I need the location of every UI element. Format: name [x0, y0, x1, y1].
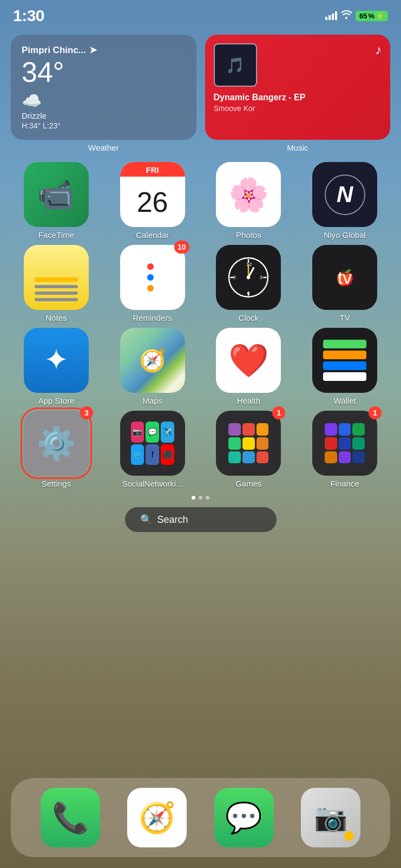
- svg-text:12: 12: [246, 261, 252, 267]
- niyo-icon[interactable]: N: [312, 162, 377, 227]
- search-placeholder: Search: [157, 514, 188, 526]
- calendar-day: FRI: [120, 162, 185, 177]
- settings-icon[interactable]: ⚙️ 3: [24, 411, 89, 476]
- app-item-games[interactable]: 1 Games: [203, 411, 294, 488]
- music-widget-col: ♪ 🎵 Dynamic Bangerz - EP Smoove Kor Musi…: [205, 35, 391, 152]
- svg-text:9: 9: [233, 274, 236, 280]
- app-item-social[interactable]: 📷 💬 ✈️ 🐦 f ⬛ SocialNetworki...: [107, 411, 198, 488]
- facetime-icon[interactable]: 📹: [24, 162, 89, 227]
- svg-text:6: 6: [247, 290, 250, 296]
- weather-widget-col: Pimpri Chinc... ➤ 34° ☁️ Drizzle H:34° L…: [11, 35, 196, 152]
- page-dot-1: [192, 496, 195, 500]
- appstore-label: App Store: [38, 396, 75, 405]
- weather-label: Weather: [11, 143, 196, 152]
- widgets-row: Pimpri Chinc... ➤ 34° ☁️ Drizzle H:34° L…: [0, 29, 401, 157]
- app-item-appstore[interactable]: ✦ App Store: [11, 328, 102, 405]
- app-item-health[interactable]: ❤️ Health: [203, 328, 294, 405]
- games-label: Games: [235, 479, 261, 488]
- app-grid-row3: ✦ App Store 🧭 Maps ❤️ Health Wallet: [0, 322, 401, 411]
- search-bar-container: 🔍 Search: [0, 507, 401, 532]
- status-bar: 1:30 65% ⚡: [0, 0, 401, 29]
- wallet-label: Wallet: [334, 396, 356, 405]
- finance-badge: 1: [369, 406, 382, 419]
- photos-icon[interactable]: 🌸: [216, 162, 281, 227]
- album-art: 🎵: [214, 43, 257, 87]
- status-icons: 65% ⚡: [325, 10, 388, 22]
- settings-label: Settings: [42, 479, 71, 488]
- page-dot-3: [206, 496, 209, 500]
- app-item-finance[interactable]: 1 Finance: [299, 411, 390, 488]
- facetime-label: FaceTime: [38, 230, 74, 239]
- wallet-icon[interactable]: [312, 328, 377, 393]
- page-dot-2: [199, 496, 202, 500]
- app-item-tv[interactable]: 🍎 tv TV: [299, 245, 390, 322]
- weather-hi-lo: H:34° L:23°: [22, 121, 186, 130]
- music-artist: Smoove Kor: [214, 104, 382, 113]
- clock-icon[interactable]: 12 3 6 9: [216, 245, 281, 310]
- finance-icon[interactable]: 1: [312, 411, 377, 476]
- page-dots: [0, 496, 401, 500]
- games-badge: 1: [272, 406, 285, 419]
- reminders-label: Reminders: [133, 313, 172, 322]
- weather-condition: Drizzle: [22, 111, 186, 120]
- app-item-wallet[interactable]: Wallet: [299, 328, 390, 405]
- niyo-label: Niyo Global: [324, 230, 366, 239]
- social-label: SocialNetworki...: [122, 479, 183, 488]
- app-item-maps[interactable]: 🧭 Maps: [107, 328, 198, 405]
- dock: 📞 🧭 💬 📷: [11, 778, 390, 857]
- svg-point-11: [247, 276, 250, 279]
- app-item-facetime[interactable]: 📹 FaceTime: [11, 162, 102, 239]
- health-icon[interactable]: ❤️: [216, 328, 281, 393]
- calendar-date: 26: [137, 177, 168, 227]
- notes-label: Notes: [45, 313, 67, 322]
- dock-item-safari[interactable]: 🧭: [127, 788, 187, 847]
- app-grid-row4: ⚙️ 3 Settings 📷 💬 ✈️ 🐦 f ⬛ SocialNetwork…: [0, 405, 401, 494]
- notes-icon[interactable]: [24, 245, 89, 310]
- app-item-niyo[interactable]: N Niyo Global: [299, 162, 390, 239]
- battery-indicator: 65% ⚡: [356, 11, 388, 21]
- camera-icon[interactable]: 📷: [301, 788, 360, 847]
- reminders-badge: 10: [174, 241, 189, 254]
- health-label: Health: [237, 396, 260, 405]
- app-item-calendar[interactable]: FRI 26 Calendar: [107, 162, 198, 239]
- weather-temp: 34°: [22, 57, 186, 88]
- calendar-icon[interactable]: FRI 26: [120, 162, 185, 227]
- music-title: Dynamic Bangerz - EP: [214, 92, 382, 102]
- clock-label: Clock: [239, 313, 259, 322]
- messages-icon[interactable]: 💬: [214, 788, 274, 847]
- wifi-icon: [340, 10, 352, 22]
- clock-face-svg: 12 3 6 9: [227, 256, 270, 299]
- app-item-notes[interactable]: Notes: [11, 245, 102, 322]
- dock-item-camera[interactable]: 📷: [301, 788, 360, 847]
- tv-label: TV: [340, 313, 350, 322]
- phone-icon[interactable]: 📞: [41, 788, 100, 847]
- app-grid-row1: 📹 FaceTime FRI 26 Calendar 🌸 Photos N Ni…: [0, 157, 401, 245]
- search-bar[interactable]: 🔍 Search: [125, 507, 277, 532]
- app-item-photos[interactable]: 🌸 Photos: [203, 162, 294, 239]
- music-label: Music: [205, 143, 391, 152]
- dock-item-messages[interactable]: 💬: [214, 788, 274, 847]
- photos-label: Photos: [236, 230, 261, 239]
- app-grid-row2: Notes 10 Reminders 12 3 6 9: [0, 239, 401, 328]
- reminders-icon[interactable]: 10: [120, 245, 185, 310]
- svg-text:✦: ✦: [44, 343, 69, 377]
- social-icon[interactable]: 📷 💬 ✈️ 🐦 f ⬛: [120, 411, 185, 476]
- finance-label: Finance: [330, 479, 359, 488]
- dock-item-phone[interactable]: 📞: [41, 788, 100, 847]
- appstore-icon[interactable]: ✦: [24, 328, 89, 393]
- safari-icon[interactable]: 🧭: [127, 788, 187, 847]
- games-icon[interactable]: 1: [216, 411, 281, 476]
- app-item-clock[interactable]: 12 3 6 9 Clock: [203, 245, 294, 322]
- tv-icon[interactable]: 🍎 tv: [312, 245, 377, 310]
- signal-icon: [325, 11, 337, 20]
- music-note-icon: ♪: [375, 42, 382, 57]
- music-widget[interactable]: ♪ 🎵 Dynamic Bangerz - EP Smoove Kor: [205, 35, 391, 140]
- weather-widget[interactable]: Pimpri Chinc... ➤ 34° ☁️ Drizzle H:34° L…: [11, 35, 196, 140]
- maps-icon[interactable]: 🧭: [120, 328, 185, 393]
- svg-text:3: 3: [260, 274, 262, 280]
- app-item-settings[interactable]: ⚙️ 3 Settings: [11, 411, 102, 488]
- app-item-reminders[interactable]: 10 Reminders: [107, 245, 198, 322]
- search-icon: 🔍: [140, 514, 152, 526]
- calendar-label: Calendar: [136, 230, 169, 239]
- weather-location: Pimpri Chinc... ➤: [22, 44, 186, 56]
